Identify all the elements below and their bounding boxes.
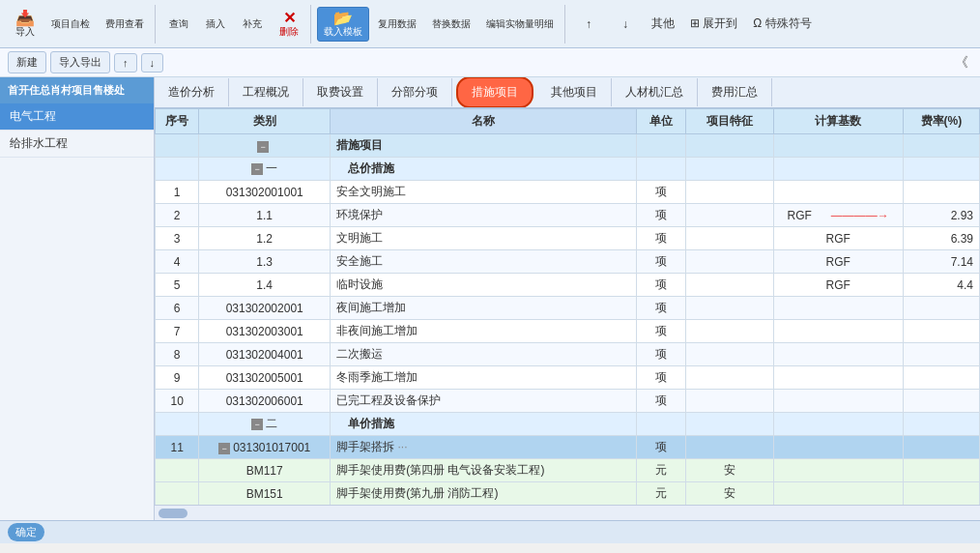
new-bar: 新建 导入导出 ↑ ↓ 《	[0, 48, 980, 77]
left-panel-item-water[interactable]: 给排水工程	[0, 131, 154, 158]
table-header-row: 序号 类别 名称 单位 项目特征 计算基数 费率(%)	[156, 109, 980, 134]
cell-type: 031302003001	[199, 320, 331, 343]
query-btn[interactable]: 查询	[161, 7, 196, 42]
fee-view-btn[interactable]: 费用查看	[99, 7, 151, 42]
data-grid: 序号 类别 名称 单位 项目特征 计算基数 费率(%) −措施项目−一总价措施1…	[155, 108, 980, 505]
tab-fee-settings[interactable]: 取费设置	[303, 78, 378, 106]
cell-rate	[903, 181, 979, 204]
table-row[interactable]: 41.3安全施工项RGF7.14	[156, 250, 980, 274]
table-row[interactable]: 31.2文明施工项RGF6.39	[156, 227, 980, 250]
cell-feature: 安	[686, 459, 774, 482]
select-down-btn[interactable]: ↓	[608, 7, 643, 42]
supplement-btn[interactable]: 补充	[235, 7, 270, 42]
cell-rate: 4.4	[903, 274, 979, 297]
table-row[interactable]: −一总价措施	[156, 158, 980, 181]
table-row[interactable]: 9031302005001冬雨季施工增加项	[156, 366, 980, 390]
replace-data-btn[interactable]: 替换数据	[425, 7, 477, 42]
cell-feature	[686, 436, 774, 459]
cell-rate	[903, 320, 979, 343]
horizontal-scrollbar[interactable]	[155, 505, 980, 520]
cell-unit: 项	[637, 274, 686, 297]
cell-num	[156, 158, 199, 181]
tab-price-analysis[interactable]: 造价分析	[155, 78, 229, 106]
table-row[interactable]: 10031302006001已完工程及设备保护项	[156, 390, 980, 413]
table-row[interactable]: BM117脚手架使用费(第四册 电气设备安装工程)元安	[156, 459, 980, 482]
cell-base	[773, 459, 903, 482]
load-template-btn[interactable]: 📂 载入模板	[317, 7, 369, 42]
cell-type: 1.2	[199, 227, 331, 250]
table-row[interactable]: 21.1环境保护项RGF————→2.93	[156, 204, 980, 227]
cell-feature: 安	[686, 482, 774, 506]
tab-labor-material[interactable]: 人材机汇总	[612, 78, 698, 106]
tab-measures[interactable]: 措施项目	[456, 77, 533, 108]
left-panel-item-electric[interactable]: 电气工程	[0, 103, 154, 131]
edit-detail-label: 编辑实物量明细	[486, 18, 554, 30]
scrollbar-thumb[interactable]	[159, 509, 187, 518]
col-rate: 费率(%)	[903, 109, 979, 134]
cell-type: BM117	[199, 459, 331, 482]
import-btn[interactable]: 📥 导入	[8, 7, 43, 42]
cell-name: 措施项目	[331, 134, 637, 158]
cell-feature	[686, 227, 774, 250]
cell-base	[773, 366, 903, 390]
cell-unit: 项	[637, 366, 686, 390]
select-up-btn[interactable]: ↑	[571, 7, 606, 42]
reuse-data-btn[interactable]: 复用数据	[371, 7, 423, 42]
cell-feature	[686, 413, 774, 436]
table-row[interactable]: 1031302001001安全文明施工项	[156, 181, 980, 204]
confirm-button[interactable]: 确定	[8, 523, 44, 541]
other-btn[interactable]: 其他	[645, 7, 681, 42]
expand-icon[interactable]: −	[251, 419, 263, 430]
up-button[interactable]: ↑	[114, 53, 137, 73]
cell-rate	[903, 366, 979, 390]
table-row[interactable]: 51.4临时设施项RGF4.4	[156, 274, 980, 297]
cell-num: 10	[156, 390, 199, 413]
table-row[interactable]: 7031302003001非夜间施工增加项	[156, 320, 980, 343]
nav-left-icon[interactable]: 《	[951, 52, 972, 73]
special-symbol-btn[interactable]: Ω 特殊符号	[746, 7, 818, 42]
cell-feature	[686, 250, 774, 274]
import-export-button[interactable]: 导入导出	[50, 51, 110, 73]
tab-project-overview[interactable]: 工程概况	[229, 78, 303, 106]
dots-icon[interactable]: ···	[394, 440, 407, 453]
expand-to-btn[interactable]: ⊞ 展开到	[683, 7, 744, 42]
cell-name: 文明施工	[331, 227, 637, 250]
cell-base	[773, 181, 903, 204]
cell-name: 安全施工	[331, 250, 637, 274]
load-template-icon: 📂	[333, 11, 353, 26]
edit-detail-btn[interactable]: 编辑实物量明细	[479, 7, 561, 42]
tab-section-items[interactable]: 分部分项	[378, 78, 452, 106]
expand-icon[interactable]: −	[257, 141, 269, 153]
table-row[interactable]: −措施项目	[156, 134, 980, 158]
cell-num: 6	[156, 297, 199, 320]
cell-type: −二	[199, 413, 331, 436]
tab-fee-summary[interactable]: 费用汇总	[698, 78, 772, 106]
table-row[interactable]: 11−031301017001脚手架搭拆 ···项	[156, 436, 980, 459]
load-template-label: 载入模板	[324, 26, 362, 38]
down-button[interactable]: ↓	[141, 53, 164, 73]
expand-icon[interactable]: −	[218, 443, 230, 454]
insert-btn[interactable]: 插入	[198, 7, 233, 42]
cell-unit: 元	[637, 459, 686, 482]
content-area: 造价分析 工程概况 取费设置 分部分项 措施项目 其他项目 人材机汇总 费用汇总…	[155, 77, 980, 520]
cell-unit	[637, 134, 686, 158]
table-row[interactable]: BM151脚手架使用费(第九册 消防工程)元安	[156, 482, 980, 506]
project-check-btn[interactable]: 项目自检	[44, 7, 97, 42]
cell-base	[773, 297, 903, 320]
table-row[interactable]: 6031302002001夜间施工增加项	[156, 297, 980, 320]
cell-rate: 2.93	[903, 204, 979, 227]
tab-other-items[interactable]: 其他项目	[537, 78, 612, 106]
cell-unit: 项	[637, 204, 686, 227]
supplement-label: 补充	[243, 18, 262, 30]
expand-icon[interactable]: −	[251, 163, 263, 175]
cell-num: 7	[156, 320, 199, 343]
table-row[interactable]: 8031302004001二次搬运项	[156, 343, 980, 366]
new-button[interactable]: 新建	[8, 51, 46, 73]
delete-btn[interactable]: ✕ 删除	[272, 7, 306, 42]
table-row[interactable]: −二单价措施	[156, 413, 980, 436]
cell-num: 4	[156, 250, 199, 274]
cell-num: 1	[156, 181, 199, 204]
cell-unit	[637, 158, 686, 181]
tab-bar: 造价分析 工程概况 取费设置 分部分项 措施项目 其他项目 人材机汇总 费用汇总	[155, 77, 980, 108]
cell-rate	[903, 413, 979, 436]
